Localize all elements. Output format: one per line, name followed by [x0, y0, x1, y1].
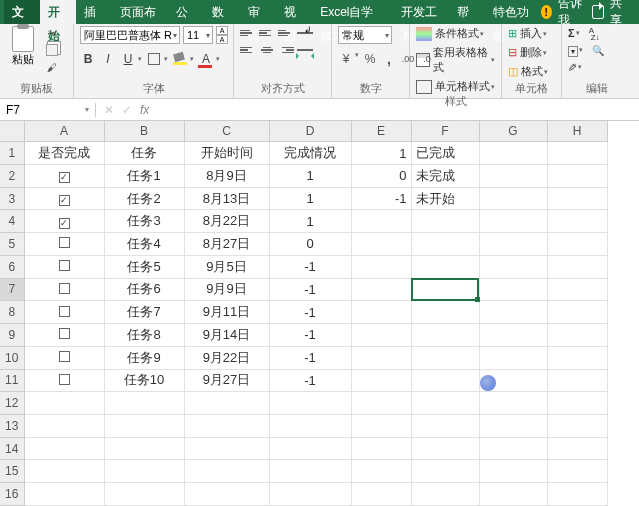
- number-format-combo[interactable]: 常规▾: [338, 26, 392, 44]
- tab-审阅[interactable]: 审阅: [240, 0, 276, 24]
- comma-icon[interactable]: [381, 51, 397, 67]
- sort-filter-icon[interactable]: [589, 26, 603, 40]
- currency-icon[interactable]: [338, 51, 354, 67]
- cell-C1[interactable]: 开始时间: [184, 142, 269, 165]
- cell-D4[interactable]: 1: [269, 210, 351, 233]
- align-bottom-icon[interactable]: [278, 26, 294, 40]
- tab-Excel自学成才[interactable]: Excel自学成才: [312, 0, 392, 24]
- tab-插入[interactable]: 插入: [76, 0, 112, 24]
- cell-H7[interactable]: [547, 278, 607, 301]
- cell-G13[interactable]: [479, 414, 547, 437]
- col-header-B[interactable]: B: [104, 121, 184, 142]
- fx-icon[interactable]: fx: [140, 103, 149, 117]
- cell-H8[interactable]: [547, 301, 607, 324]
- cell-C7[interactable]: 9月9日: [184, 278, 269, 301]
- cell-C12[interactable]: [184, 392, 269, 415]
- cell-E12[interactable]: [351, 392, 411, 415]
- cell-F14[interactable]: [411, 437, 479, 460]
- cell-B7[interactable]: 任务6: [104, 278, 184, 301]
- cell-C14[interactable]: [184, 437, 269, 460]
- cell-E3[interactable]: -1: [351, 187, 411, 210]
- checkbox[interactable]: [59, 237, 70, 248]
- align-middle-icon[interactable]: [259, 26, 275, 40]
- cell-D14[interactable]: [269, 437, 351, 460]
- cell-G4[interactable]: [479, 210, 547, 233]
- cell-A3[interactable]: ✓: [24, 187, 104, 210]
- tab-特色功能[interactable]: 特色功能: [485, 0, 541, 24]
- row-header-10[interactable]: 10: [0, 346, 24, 369]
- cell-E6[interactable]: [351, 255, 411, 278]
- tab-公式[interactable]: 公式: [168, 0, 204, 24]
- checkbox[interactable]: [59, 260, 70, 271]
- cell-E14[interactable]: [351, 437, 411, 460]
- cell-A4[interactable]: ✓: [24, 210, 104, 233]
- find-icon[interactable]: [592, 44, 604, 56]
- cell-F3[interactable]: 未开始: [411, 187, 479, 210]
- cell-G14[interactable]: [479, 437, 547, 460]
- warning-icon[interactable]: !: [541, 5, 552, 19]
- row-header-11[interactable]: 11: [0, 369, 24, 392]
- decrease-decimal-icon[interactable]: [419, 51, 435, 67]
- cell-H14[interactable]: [547, 437, 607, 460]
- tab-数据[interactable]: 数据: [204, 0, 240, 24]
- cell-F11[interactable]: [411, 369, 479, 392]
- cell-D11[interactable]: -1: [269, 369, 351, 392]
- font-shrink-icon[interactable]: A: [216, 35, 228, 44]
- clear-icon[interactable]: [568, 60, 577, 73]
- cell-C4[interactable]: 8月22日: [184, 210, 269, 233]
- name-box[interactable]: F7▾: [0, 103, 96, 117]
- cell-A14[interactable]: [24, 437, 104, 460]
- cell-G12[interactable]: [479, 392, 547, 415]
- cell-C11[interactable]: 9月27日: [184, 369, 269, 392]
- cell-F13[interactable]: [411, 414, 479, 437]
- cell-A12[interactable]: [24, 392, 104, 415]
- row-header-9[interactable]: 9: [0, 324, 24, 347]
- align-right-icon[interactable]: [278, 43, 294, 57]
- font-color-button[interactable]: A: [198, 51, 214, 67]
- cell-E5[interactable]: [351, 233, 411, 256]
- cell-C16[interactable]: [184, 483, 269, 506]
- cell-C6[interactable]: 9月5日: [184, 255, 269, 278]
- cell-E2[interactable]: 0: [351, 164, 411, 187]
- cell-C2[interactable]: 8月9日: [184, 164, 269, 187]
- increase-decimal-icon[interactable]: [400, 51, 416, 67]
- cell-D3[interactable]: 1: [269, 187, 351, 210]
- checkbox[interactable]: [59, 306, 70, 317]
- cell-G7[interactable]: [479, 278, 547, 301]
- row-header-14[interactable]: 14: [0, 437, 24, 460]
- cell-D13[interactable]: [269, 414, 351, 437]
- cell-F6[interactable]: [411, 255, 479, 278]
- cell-D1[interactable]: 完成情况: [269, 142, 351, 165]
- cell-C13[interactable]: [184, 414, 269, 437]
- cut-icon[interactable]: [44, 26, 60, 40]
- cell-E7[interactable]: [351, 278, 411, 301]
- cell-E9[interactable]: [351, 324, 411, 347]
- cell-B16[interactable]: [104, 483, 184, 506]
- cell-D6[interactable]: -1: [269, 255, 351, 278]
- cell-E11[interactable]: [351, 369, 411, 392]
- row-header-8[interactable]: 8: [0, 301, 24, 324]
- cell-A16[interactable]: [24, 483, 104, 506]
- cell-F7[interactable]: [411, 278, 479, 301]
- cell-A11[interactable]: [24, 369, 104, 392]
- cell-F12[interactable]: [411, 392, 479, 415]
- cell-B12[interactable]: [104, 392, 184, 415]
- row-header-1[interactable]: 1: [0, 142, 24, 165]
- cell-G15[interactable]: [479, 460, 547, 483]
- col-header-D[interactable]: D: [269, 121, 351, 142]
- row-header-5[interactable]: 5: [0, 233, 24, 256]
- cell-B8[interactable]: 任务7: [104, 301, 184, 324]
- cell-F8[interactable]: [411, 301, 479, 324]
- cell-G9[interactable]: [479, 324, 547, 347]
- underline-button[interactable]: U: [120, 51, 136, 67]
- cell-B3[interactable]: 任务2: [104, 187, 184, 210]
- checkbox[interactable]: ✓: [59, 172, 70, 183]
- cell-D10[interactable]: -1: [269, 346, 351, 369]
- row-header-12[interactable]: 12: [0, 392, 24, 415]
- cell-B1[interactable]: 任务: [104, 142, 184, 165]
- share-icon[interactable]: [592, 5, 604, 19]
- cell-D15[interactable]: [269, 460, 351, 483]
- cell-C15[interactable]: [184, 460, 269, 483]
- cell-H5[interactable]: [547, 233, 607, 256]
- cell-D8[interactable]: -1: [269, 301, 351, 324]
